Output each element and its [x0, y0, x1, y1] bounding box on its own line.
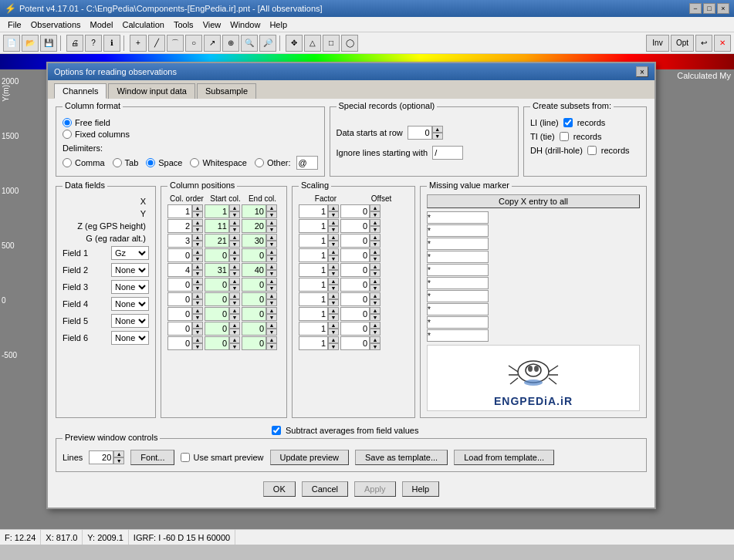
col-end-input-0[interactable]	[242, 204, 266, 218]
col-start-down-8[interactable]: ▼	[229, 329, 240, 336]
factor-up-2[interactable]: ▲	[328, 234, 339, 241]
mv-input-1[interactable]	[427, 224, 489, 237]
col-end-down-6[interactable]: ▼	[266, 299, 277, 306]
toolbar-extra2[interactable]: ✕	[714, 35, 731, 52]
offset-input-6[interactable]	[340, 292, 370, 306]
col-start-down-2[interactable]: ▼	[229, 241, 240, 248]
col-end-input-8[interactable]	[242, 322, 266, 336]
offset-up-7[interactable]: ▲	[370, 307, 381, 314]
col-start-up-3[interactable]: ▲	[229, 248, 240, 255]
help-button[interactable]: Help	[402, 481, 440, 497]
toolbar-curve[interactable]: ⌒	[167, 35, 184, 52]
offset-input-7[interactable]	[340, 307, 370, 321]
factor-down-6[interactable]: ▼	[328, 299, 339, 306]
col-end-down-8[interactable]: ▼	[266, 329, 277, 336]
col-end-up-0[interactable]: ▲	[266, 204, 277, 211]
data-starts-row-up[interactable]: ▲	[432, 126, 443, 133]
col-order-up-6[interactable]: ▲	[192, 292, 203, 299]
col-order-input-6[interactable]	[167, 292, 192, 306]
col-start-down-1[interactable]: ▼	[229, 226, 240, 233]
col-start-input-8[interactable]	[205, 322, 229, 336]
col-start-input-6[interactable]	[205, 292, 229, 306]
factor-input-8[interactable]	[299, 322, 328, 336]
offset-up-3[interactable]: ▲	[370, 248, 381, 255]
radio-tab[interactable]	[113, 158, 122, 167]
field2-select[interactable]: None	[111, 263, 149, 277]
factor-down-8[interactable]: ▼	[328, 329, 339, 336]
col-start-down-0[interactable]: ▼	[229, 211, 240, 218]
ignore-lines-input[interactable]	[432, 146, 463, 160]
col-end-up-1[interactable]: ▲	[266, 219, 277, 226]
col-end-down-0[interactable]: ▼	[266, 211, 277, 218]
col-order-down-6[interactable]: ▼	[192, 299, 203, 306]
col-start-input-9[interactable]	[205, 336, 229, 350]
col-start-input-4[interactable]	[205, 263, 229, 277]
mv-input-8[interactable]	[427, 316, 489, 329]
col-order-down-0[interactable]: ▼	[192, 211, 203, 218]
col-end-down-5[interactable]: ▼	[266, 285, 277, 292]
col-order-input-2[interactable]	[167, 234, 192, 248]
offset-up-1[interactable]: ▲	[370, 219, 381, 226]
offset-input-5[interactable]	[340, 278, 370, 292]
col-end-up-2[interactable]: ▲	[266, 234, 277, 241]
use-smart-preview-checkbox[interactable]	[181, 453, 190, 462]
field5-select[interactable]: None	[111, 314, 149, 328]
mv-input-2[interactable]	[427, 238, 489, 250]
col-order-input-9[interactable]	[167, 336, 192, 350]
col-order-up-7[interactable]: ▲	[192, 307, 203, 314]
col-end-up-4[interactable]: ▲	[266, 263, 277, 270]
field4-select[interactable]: None	[111, 297, 149, 311]
toolbar-circle[interactable]: ○	[185, 35, 202, 52]
factor-up-4[interactable]: ▲	[328, 263, 339, 270]
col-end-down-1[interactable]: ▼	[266, 226, 277, 233]
col-start-up-9[interactable]: ▲	[229, 336, 240, 343]
factor-down-5[interactable]: ▼	[328, 285, 339, 292]
col-start-up-4[interactable]: ▲	[229, 263, 240, 270]
offset-down-3[interactable]: ▼	[370, 255, 381, 262]
factor-down-2[interactable]: ▼	[328, 241, 339, 248]
col-end-down-2[interactable]: ▼	[266, 241, 277, 248]
ok-button[interactable]: OK	[263, 481, 296, 497]
close-button[interactable]: ×	[717, 3, 729, 14]
col-end-up-9[interactable]: ▲	[266, 336, 277, 343]
toolbar-move[interactable]: ✥	[286, 35, 303, 52]
offset-up-6[interactable]: ▲	[370, 292, 381, 299]
col-end-down-4[interactable]: ▼	[266, 270, 277, 277]
col-start-input-7[interactable]	[205, 307, 229, 321]
tab-window-input-data[interactable]: Window input data	[108, 83, 195, 99]
factor-up-5[interactable]: ▲	[328, 278, 339, 285]
offset-up-2[interactable]: ▲	[370, 234, 381, 241]
col-end-down-9[interactable]: ▼	[266, 343, 277, 350]
factor-down-1[interactable]: ▼	[328, 226, 339, 233]
col-start-up-5[interactable]: ▲	[229, 278, 240, 285]
radio-free-field[interactable]	[63, 118, 72, 127]
menu-tools[interactable]: Tools	[169, 19, 198, 31]
offset-up-5[interactable]: ▲	[370, 278, 381, 285]
subtract-averages-checkbox[interactable]	[272, 426, 281, 435]
offset-down-0[interactable]: ▼	[370, 211, 381, 218]
field6-select[interactable]: None	[111, 331, 149, 345]
col-start-down-4[interactable]: ▼	[229, 270, 240, 277]
factor-input-3[interactable]	[299, 248, 328, 262]
save-as-template-button[interactable]: Save as template...	[355, 450, 448, 465]
col-order-down-7[interactable]: ▼	[192, 314, 203, 321]
toolbar-triangle[interactable]: △	[304, 35, 321, 52]
mv-input-7[interactable]	[427, 303, 489, 315]
toolbar-help[interactable]: ?	[85, 35, 102, 52]
toolbar-line[interactable]: ╱	[148, 35, 165, 52]
col-end-input-3[interactable]	[242, 248, 266, 262]
radio-other[interactable]	[255, 158, 264, 167]
factor-input-1[interactable]	[299, 219, 328, 233]
factor-input-2[interactable]	[299, 234, 328, 248]
offset-up-0[interactable]: ▲	[370, 204, 381, 211]
toolbar-new[interactable]: 📄	[3, 35, 20, 52]
col-end-up-3[interactable]: ▲	[266, 248, 277, 255]
col-end-up-7[interactable]: ▲	[266, 307, 277, 314]
load-from-template-button[interactable]: Load from template...	[454, 450, 554, 465]
col-order-input-0[interactable]	[167, 204, 192, 218]
col-order-down-9[interactable]: ▼	[192, 343, 203, 350]
col-start-up-2[interactable]: ▲	[229, 234, 240, 241]
tab-channels[interactable]: Channels	[54, 83, 107, 99]
radio-space[interactable]	[146, 158, 155, 167]
offset-down-1[interactable]: ▼	[370, 226, 381, 233]
